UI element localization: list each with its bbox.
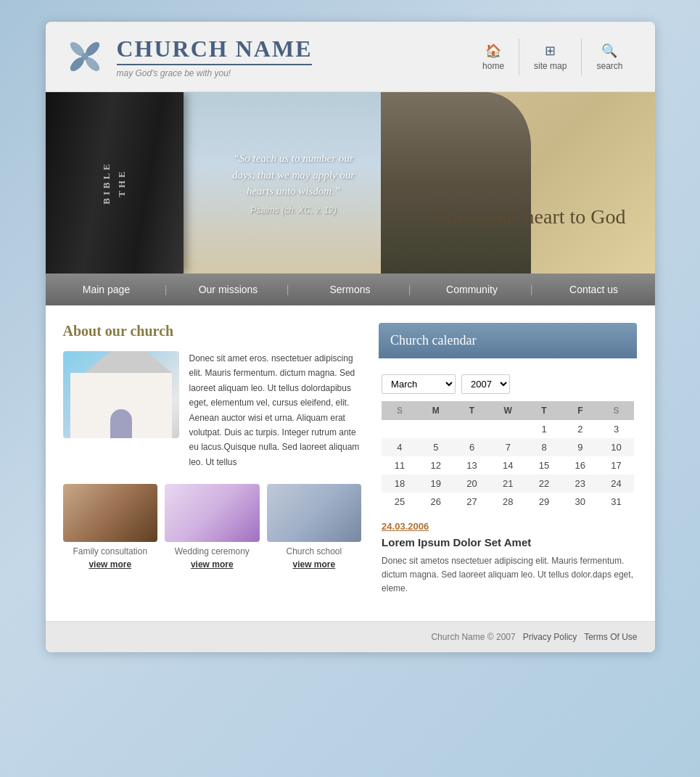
calendar-day[interactable]: 6 (454, 438, 490, 456)
church-door (110, 409, 132, 438)
calendar-day[interactable]: 15 (526, 456, 562, 474)
nav-our-missions[interactable]: Our missions (168, 274, 289, 305)
footer-text: Church Name © 2007 (431, 632, 515, 642)
church-logo-icon (63, 35, 107, 78)
event-desc: Donec sit ametos nsectetuer adipiscing e… (382, 554, 634, 596)
nav-community[interactable]: Community (411, 274, 533, 305)
year-select[interactable]: 2005200620072008 (461, 374, 510, 394)
event-title: Lorem Ipsum Dolor Set Amet (382, 536, 634, 548)
month-select[interactable]: JanuaryFebruaryMarchAprilMayJuneJulyAugu… (382, 374, 456, 394)
about-body: Donec sit amet eros. nsectetuer adipisci… (189, 351, 362, 469)
terms-link[interactable]: Terms Of Use (584, 632, 637, 642)
calendar-day[interactable]: 5 (418, 438, 454, 456)
family-view-more[interactable]: view more (63, 559, 158, 570)
service-family: Family consultation view more (63, 484, 158, 570)
church-roof (85, 351, 172, 373)
calendar-day[interactable]: 31 (598, 493, 635, 511)
calendar-day[interactable]: 25 (382, 493, 418, 511)
nav-home[interactable]: 🏠 home (468, 38, 519, 75)
calendar-day[interactable]: 9 (562, 438, 598, 456)
cal-col-m: M (418, 401, 454, 420)
calendar-day[interactable]: 3 (598, 420, 635, 438)
person-image (381, 92, 532, 274)
bible-book: THEBIBLE (46, 92, 184, 274)
wedding-caption: Wedding ceremony (165, 546, 260, 556)
calendar-day (490, 420, 526, 438)
calendar-day[interactable]: 17 (598, 456, 635, 474)
cal-col-f: F (562, 401, 598, 420)
privacy-policy-link[interactable]: Privacy Policy (523, 632, 577, 642)
calendar-day[interactable]: 2 (562, 420, 598, 438)
svg-point-6 (81, 53, 88, 60)
wedding-view-more[interactable]: view more (165, 559, 260, 570)
service-wedding: Wedding ceremony view more (165, 484, 260, 570)
calendar-day (454, 420, 490, 438)
calendar-day[interactable]: 7 (490, 438, 526, 456)
calendar-day (418, 420, 454, 438)
calendar-day (382, 420, 418, 438)
calendar-day[interactable]: 24 (598, 474, 635, 493)
school-caption: Church school (267, 546, 362, 556)
header: CHURCH NAME may God's grace be with you!… (46, 22, 655, 92)
cal-col-t1: T (454, 401, 490, 420)
main-content: About our church Donec sit amet eros. ns… (46, 305, 655, 621)
nav-home-label: home (482, 61, 504, 71)
calendar-day[interactable]: 12 (418, 456, 454, 474)
calendar-day[interactable]: 14 (490, 456, 526, 474)
calendar-day[interactable]: 30 (562, 493, 598, 511)
header-left: CHURCH NAME may God's grace be with you! (63, 35, 313, 78)
calendar-title: Church calendar (390, 333, 625, 348)
service-school: Church school view more (267, 484, 362, 570)
calendar-day[interactable]: 18 (382, 474, 418, 493)
calendar-day[interactable]: 10 (598, 438, 635, 456)
cal-col-w: W (490, 401, 526, 420)
bible-text: THEBIBLE (99, 161, 130, 205)
family-caption: Family consultation (63, 546, 158, 556)
service-items: Family consultation view more Wedding ce… (63, 484, 362, 570)
nav-search[interactable]: 🔍 search (581, 38, 637, 75)
family-thumb (63, 484, 158, 542)
about-title: About our church (63, 323, 362, 340)
church-name: CHURCH NAME (117, 36, 313, 62)
cal-col-s2: S (598, 401, 635, 420)
nav-sitemap[interactable]: ⊞ site map (519, 38, 581, 75)
hero-quote-text: “So teach us to number our days, that we… (221, 150, 366, 200)
hero-left: THEBIBLE “So teach us to number our days… (46, 92, 381, 274)
calendar-day[interactable]: 28 (490, 493, 526, 511)
header-nav: 🏠 home ⊞ site map 🔍 search (468, 38, 637, 75)
calendar-day[interactable]: 27 (454, 493, 490, 511)
calendar-day[interactable]: 26 (418, 493, 454, 511)
church-name-block: CHURCH NAME may God's grace be with you! (117, 36, 313, 78)
calendar-day[interactable]: 21 (490, 474, 526, 493)
calendar-day[interactable]: 16 (562, 456, 598, 474)
church-tagline: may God's grace be with you! (117, 68, 313, 78)
calendar-box: Church calendar JanuaryFebruaryMarchApri… (379, 323, 637, 604)
calendar-day[interactable]: 4 (382, 438, 418, 456)
calendar-day[interactable]: 29 (526, 493, 562, 511)
home-icon: 🏠 (485, 43, 501, 59)
cal-col-s1: S (382, 401, 418, 420)
nav-search-label: search (596, 61, 622, 71)
school-view-more[interactable]: view more (267, 559, 362, 570)
nav-main-page[interactable]: Main page (46, 274, 168, 305)
calendar-controls: JanuaryFebruaryMarchAprilMayJuneJulyAugu… (382, 374, 634, 394)
calendar-day[interactable]: 1 (526, 420, 562, 438)
nav-sermons[interactable]: Sermons (289, 274, 411, 305)
nav-contact-us[interactable]: Contact us (533, 274, 655, 305)
sitemap-icon: ⊞ (545, 43, 556, 59)
calendar-day[interactable]: 23 (562, 474, 598, 493)
calendar-day[interactable]: 19 (418, 474, 454, 493)
calendar-content: JanuaryFebruaryMarchAprilMayJuneJulyAugu… (379, 358, 637, 604)
calendar-day[interactable]: 20 (454, 474, 490, 493)
calendar-day[interactable]: 11 (382, 456, 418, 474)
main-nav: Main page Our missions Sermons Community… (46, 274, 655, 305)
hero-banner: THEBIBLE “So teach us to number our days… (46, 92, 655, 274)
calendar-header: Church calendar (379, 323, 637, 358)
school-thumb (267, 484, 362, 542)
calendar-day[interactable]: 13 (454, 456, 490, 474)
event-date[interactable]: 24.03.2006 (382, 521, 634, 532)
calendar-day[interactable]: 8 (526, 438, 562, 456)
name-underline (117, 64, 313, 65)
calendar-day[interactable]: 22 (526, 474, 562, 493)
left-column: About our church Donec sit amet eros. ns… (63, 323, 379, 604)
